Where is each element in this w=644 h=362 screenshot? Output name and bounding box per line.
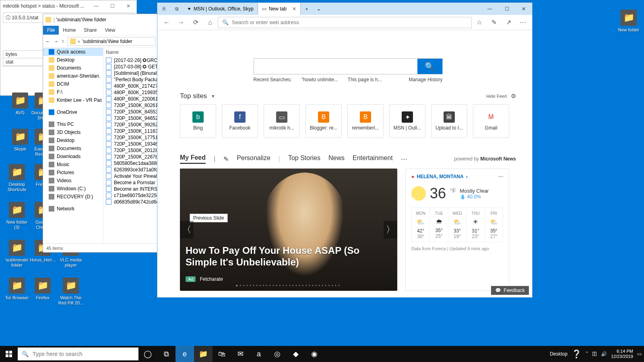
desktop-icon[interactable]: 📁Watch The Red Pill 20... xyxy=(58,278,84,305)
column-header-name[interactable]: Name xyxy=(103,48,158,57)
file-row[interactable]: Become a Pornstar Fa xyxy=(103,179,158,186)
taskbar-app-unknown-2[interactable]: ◉ xyxy=(305,346,324,362)
nav-network[interactable]: Network xyxy=(43,205,103,213)
taskbar-app-amazon[interactable]: a xyxy=(250,346,268,362)
taskbar-app-explorer[interactable]: 📁 xyxy=(194,346,213,362)
nav-quick-access[interactable]: Quick access xyxy=(43,48,103,56)
file-row[interactable]: Activate Your Pineal G xyxy=(103,173,158,179)
file-row[interactable]: 480P_600K_219935181 xyxy=(103,89,158,96)
address-bar[interactable]: 🔍 Search or enter web address xyxy=(218,17,472,28)
refresh-icon[interactable]: ⟳ xyxy=(189,16,202,29)
back-icon[interactable]: ← xyxy=(160,16,173,29)
breadcrumb[interactable]: › 'subliminals'\New folder xyxy=(67,37,155,46)
nav-item[interactable]: F:\ xyxy=(43,88,103,96)
desktop-icon[interactable]: 📁Tor Browser xyxy=(4,278,30,300)
top-site-tile[interactable]: ▭mikrotik h... xyxy=(264,104,300,138)
notes-icon[interactable]: ✎ xyxy=(487,16,501,29)
nav-item[interactable]: Videos xyxy=(43,177,103,185)
file-row[interactable]: 720P_1500K_84553661 xyxy=(103,109,158,115)
top-site-tile[interactable]: fFacebook xyxy=(222,104,258,138)
file-row[interactable]: 480P_600K_220061291 xyxy=(103,96,158,102)
feed-hero-card[interactable]: Previous Slide 〈 〉 How To Pay Off Your H… xyxy=(180,169,397,291)
card-more-icon[interactable]: ⋯ xyxy=(498,174,503,179)
gear-icon[interactable]: ⚙ xyxy=(511,93,516,100)
top-site-tile[interactable]: bBing xyxy=(180,104,216,138)
new-tab-button[interactable]: ＋ xyxy=(301,3,313,15)
feed-tab-news[interactable]: News xyxy=(328,154,345,163)
minimize-icon[interactable]: — xyxy=(481,3,498,15)
nav-item[interactable]: Desktop xyxy=(43,56,103,64)
nav-item[interactable]: RECOVERY (D:) xyxy=(43,193,103,201)
feed-tab-personalize[interactable]: Personalize xyxy=(237,154,270,163)
nav-forward-icon[interactable]: → xyxy=(54,39,58,44)
start-button[interactable] xyxy=(0,351,18,357)
nav-item[interactable]: americavr-Sheridan. xyxy=(43,72,103,80)
ribbon-view[interactable]: View xyxy=(101,26,119,35)
tab-msn[interactable]: ✦ MSN | Outlook, Office, Skyp xyxy=(183,3,258,15)
cortana-button[interactable]: ◯ xyxy=(138,346,157,362)
file-row[interactable]: 720P_1500K_20128354 xyxy=(103,147,158,154)
nav-item[interactable]: Documents xyxy=(43,144,103,152)
top-site-tile[interactable]: MGmail xyxy=(473,104,509,138)
nav-item[interactable]: Pictures xyxy=(43,169,103,177)
search-button[interactable]: 🔍 xyxy=(417,59,442,74)
ribbon-home[interactable]: Home xyxy=(59,26,80,35)
feed-tab-top-stories[interactable]: Top Stories xyxy=(288,154,320,163)
forecast-day[interactable]: TUE🌧35°25° xyxy=(430,208,448,242)
set-aside-icon[interactable]: ⧉ xyxy=(170,3,183,15)
weather-card[interactable]: ● HELENA, MONTANA › ⋯ 36 °F Mostly Clear… xyxy=(405,169,509,291)
file-row[interactable]: 720P_1500K_99262601 xyxy=(103,121,158,128)
file-row[interactable]: "Perfect Body Packag xyxy=(103,76,158,83)
taskbar-clock[interactable]: 6:14 PM 12/23/2019 xyxy=(611,349,633,359)
tray-chevron-icon[interactable]: ˄ xyxy=(586,351,588,357)
hotspot-titlebar[interactable]: mikrotik hotspot > status - Microsoft ..… xyxy=(0,0,136,12)
desktop-icon[interactable]: 📁Firefox xyxy=(30,278,56,300)
top-site-tile[interactable]: ✦MSN | Outl... xyxy=(389,104,425,138)
forecast-day[interactable]: WED⛅33°19° xyxy=(448,208,466,242)
next-slide-button[interactable]: 〉 xyxy=(384,221,397,239)
file-row[interactable]: 720P_1500K_22678265 xyxy=(103,154,158,160)
file-row[interactable]: 720P_1500K_80261821 xyxy=(103,102,158,109)
nav-onedrive[interactable]: OneDrive xyxy=(43,108,103,116)
file-row[interactable]: c71be69075de32256c xyxy=(103,192,158,199)
feedback-button[interactable]: 💬 Feedback xyxy=(491,286,529,295)
taskbar-search[interactable]: 🔍 Type here to search xyxy=(18,348,138,360)
nav-back-icon[interactable]: ← xyxy=(45,39,50,44)
file-row[interactable]: 6263993ce3d71a0fc34 xyxy=(103,167,158,173)
taskbar-app-tripadvisor[interactable]: ◎ xyxy=(268,346,287,362)
taskbar-app-edge[interactable]: e xyxy=(175,346,194,362)
task-view-button[interactable]: ⧉ xyxy=(157,346,175,362)
tab-close-icon[interactable]: ✕ xyxy=(292,6,296,12)
top-site-tile[interactable]: 🏛Upload to I... xyxy=(431,104,467,138)
tab-actions-icon[interactable]: ⎘ xyxy=(157,3,170,15)
file-row[interactable]: 5805805ec1daa38803c xyxy=(103,160,158,167)
help-icon[interactable]: ❔ xyxy=(572,349,582,359)
search-input[interactable] xyxy=(254,59,417,74)
top-site-tile[interactable]: BBlogger: re... xyxy=(305,104,342,138)
nav-this-pc[interactable]: This PC xyxy=(43,120,103,128)
hide-feed-link[interactable]: Hide Feed xyxy=(486,94,507,99)
nav-item[interactable]: Kimber Lee - VR Pac xyxy=(43,96,103,104)
nav-up-icon[interactable]: ↑ xyxy=(62,39,64,44)
forward-icon[interactable]: → xyxy=(174,16,188,29)
nav-item[interactable]: Music xyxy=(43,160,103,169)
nav-item[interactable]: Windows (C:) xyxy=(43,185,103,193)
tab-overflow-icon[interactable]: ⌄ xyxy=(313,3,325,15)
tray-desktop-label[interactable]: Desktop xyxy=(550,351,568,357)
file-row[interactable]: [2017-03-08] ✪ GET E xyxy=(103,64,158,70)
desktop-icon[interactable]: 📁'subliminals' folder xyxy=(4,240,30,267)
feed-more-icon[interactable]: ⋯ xyxy=(401,155,407,163)
prev-slide-button[interactable]: 〈 xyxy=(180,221,194,239)
carousel-dots[interactable]: ●••••••••••••••••••••••••••••••• xyxy=(180,284,397,288)
close-icon[interactable]: ✕ xyxy=(120,3,136,9)
feed-tab-my-feed[interactable]: My Feed xyxy=(180,154,206,164)
manage-history-link[interactable]: Manage History xyxy=(409,77,442,82)
volume-icon[interactable]: 🔊 xyxy=(601,351,607,357)
maximize-icon[interactable]: ☐ xyxy=(498,3,515,15)
nav-item[interactable]: Downloads xyxy=(43,152,103,160)
feed-tab-entertainment[interactable]: Entertainment xyxy=(353,154,393,163)
nav-item[interactable]: DCIM xyxy=(43,80,103,88)
file-row[interactable]: 720P_1500K_19346002 xyxy=(103,141,158,147)
file-row[interactable]: [Subliminal] (Binural xyxy=(103,70,158,76)
file-row[interactable]: d06835d89c742cd6c6 xyxy=(103,199,158,205)
